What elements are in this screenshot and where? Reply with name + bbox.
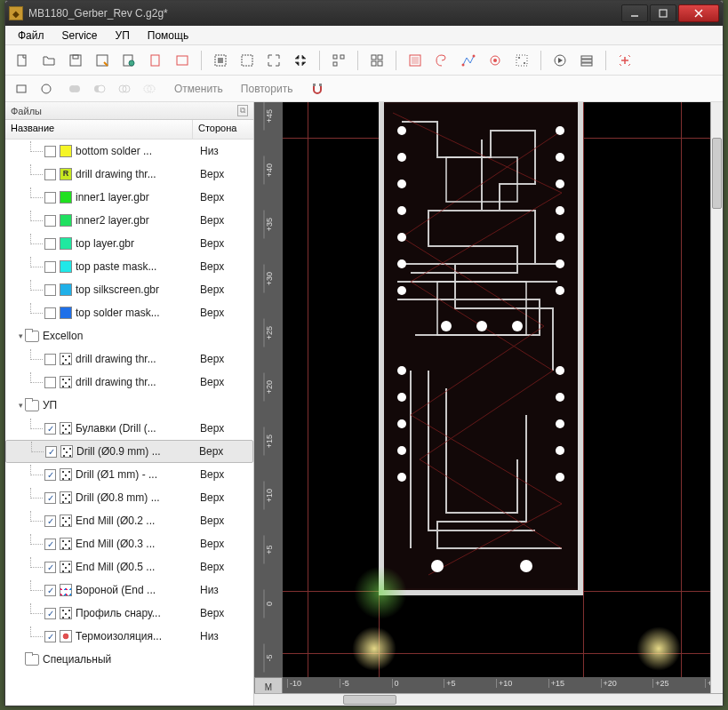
toolpath-row[interactable]: ✓Вороной (End ...Низ: [5, 578, 253, 602]
expand-icon[interactable]: ▾: [16, 401, 25, 410]
menu-help[interactable]: Помощь: [139, 28, 197, 44]
layer-row[interactable]: bottom solder ...Низ: [5, 140, 253, 163]
visibility-checkbox[interactable]: ✓: [44, 538, 56, 550]
layer-red-button[interactable]: [404, 49, 427, 72]
column-name[interactable]: Название: [5, 120, 193, 139]
toolpath-row[interactable]: ✓End Mill (Ø0.3 ...Верх: [5, 532, 253, 555]
spiral-button[interactable]: [430, 49, 453, 72]
visibility-checkbox[interactable]: ✓: [44, 562, 56, 573]
toolpath-row[interactable]: ✓Drill (Ø0.9 mm) ...Верх: [5, 440, 253, 463]
layer-side: Низ: [200, 145, 253, 157]
select-shrink-button[interactable]: [289, 49, 312, 72]
visibility-checkbox[interactable]: [44, 261, 56, 273]
visibility-checkbox[interactable]: ✓: [44, 492, 56, 504]
visibility-checkbox[interactable]: ✓: [44, 469, 56, 481]
play-button[interactable]: [548, 49, 572, 72]
visibility-checkbox[interactable]: ✓: [44, 631, 56, 642]
target-button[interactable]: [484, 49, 507, 72]
menu-file[interactable]: Файл: [9, 28, 53, 44]
undock-button[interactable]: ⧉: [237, 105, 248, 116]
excellon-row[interactable]: drill drawing thr...Верх: [5, 371, 253, 394]
save-icon: [68, 53, 83, 68]
fit-button[interactable]: [613, 49, 636, 72]
expand-icon[interactable]: ▾: [16, 331, 25, 340]
delete-button[interactable]: [171, 49, 194, 72]
visibility-checkbox[interactable]: [44, 192, 56, 203]
toolpath-row[interactable]: ✓Drill (Ø1 mm) - ...Верх: [5, 463, 253, 486]
layer-row[interactable]: inner1 layer.gbrВерх: [5, 186, 253, 209]
group-up[interactable]: ▾УП: [5, 394, 253, 417]
titlebar[interactable]: ◆ MB1180_Gerber_Rev C.g2g*: [5, 1, 723, 26]
export-button[interactable]: [144, 49, 167, 72]
toolpath-row[interactable]: ✓Профиль снару...Верх: [5, 602, 253, 625]
bool-xor-button[interactable]: [139, 78, 160, 100]
layer-side: Верх: [200, 353, 253, 365]
vertical-scrollbar[interactable]: [710, 102, 723, 693]
qr-button[interactable]: [327, 49, 350, 72]
toolpath-row[interactable]: ✓Drill (Ø0.8 mm) ...Верх: [5, 486, 253, 509]
snap-button[interactable]: [307, 78, 328, 100]
layer-row[interactable]: inner2 layer.gbrВерх: [5, 209, 253, 232]
excellon-row[interactable]: drill drawing thr...Верх: [5, 347, 253, 371]
stack-button[interactable]: [575, 49, 598, 72]
visibility-checkbox[interactable]: [44, 215, 56, 227]
visibility-checkbox[interactable]: [44, 238, 56, 250]
visibility-checkbox[interactable]: ✓: [44, 608, 56, 619]
visibility-checkbox[interactable]: ✓: [44, 515, 56, 527]
toolpath-row[interactable]: ✓End Mill (Ø0.5 ...Верх: [5, 555, 253, 578]
layer-row[interactable]: top layer.gbrВерх: [5, 232, 253, 255]
visibility-checkbox[interactable]: ✓: [44, 423, 56, 435]
visibility-checkbox[interactable]: [44, 169, 56, 180]
layer-side: Верх: [199, 445, 252, 458]
toolpath-row[interactable]: ✓Термоизоляция...Низ: [5, 625, 253, 648]
dots-button[interactable]: [510, 49, 533, 72]
fiducial-marker-2: [636, 626, 681, 671]
visibility-checkbox[interactable]: [44, 377, 56, 388]
bool-subtract-button[interactable]: [89, 78, 110, 100]
bool-union-button[interactable]: [64, 78, 85, 100]
toolpath-row[interactable]: ✓Булавки (Drill (...Верх: [5, 417, 253, 440]
layer-row[interactable]: top silkscreen.gbrВерх: [5, 278, 253, 301]
undo-button[interactable]: Отменить: [167, 81, 230, 97]
shape-rect-button[interactable]: [11, 78, 32, 100]
select-expand-button[interactable]: [262, 49, 285, 72]
visibility-checkbox[interactable]: ✓: [45, 446, 57, 458]
new-button[interactable]: [11, 49, 34, 72]
canvas-area[interactable]: +45+40+35+30+25+20+15+10+50-5: [254, 102, 723, 706]
svg-point-24: [462, 63, 465, 66]
close-button[interactable]: [678, 4, 719, 22]
visibility-checkbox[interactable]: [44, 284, 56, 296]
group-special[interactable]: Специальный: [5, 648, 253, 671]
visibility-checkbox[interactable]: ✓: [44, 585, 56, 596]
redo-button[interactable]: Повторить: [234, 81, 300, 97]
menu-service[interactable]: Service: [53, 28, 107, 44]
layer-row[interactable]: Rdrill drawing thr...Верх: [5, 163, 253, 186]
open-button[interactable]: [37, 49, 60, 72]
file-tree[interactable]: bottom solder ...НизRdrill drawing thr..…: [5, 140, 253, 706]
visibility-checkbox[interactable]: [44, 354, 56, 365]
toolpath-row[interactable]: ✓End Mill (Ø0.2 ...Верх: [5, 509, 253, 532]
visibility-checkbox[interactable]: [44, 146, 56, 157]
shape-circle-button[interactable]: [36, 78, 57, 100]
layer-row[interactable]: top solder mask...Верх: [5, 301, 253, 324]
minimize-button[interactable]: [621, 4, 648, 22]
h-scroll-thumb[interactable]: [343, 695, 396, 705]
bool-intersect-button[interactable]: [114, 78, 135, 100]
grid-button[interactable]: [365, 49, 388, 72]
menu-up[interactable]: УП: [107, 28, 139, 44]
save-button[interactable]: [64, 49, 87, 72]
layer-row[interactable]: top paste mask...Верх: [5, 255, 253, 278]
path-button[interactable]: [457, 49, 480, 72]
horizontal-scrollbar[interactable]: [254, 693, 723, 706]
maximize-button[interactable]: [650, 4, 676, 22]
select-all-button[interactable]: [209, 49, 232, 72]
v-scroll-thumb[interactable]: [712, 138, 722, 209]
visibility-checkbox[interactable]: [44, 307, 56, 319]
select-rect-button[interactable]: [236, 49, 259, 72]
column-side[interactable]: Сторона: [193, 120, 253, 139]
svg-point-50: [397, 179, 406, 188]
import-button[interactable]: [117, 49, 140, 72]
save-as-button[interactable]: [91, 49, 114, 72]
group-excellon[interactable]: ▾Excellon: [5, 324, 253, 347]
select-all-icon: [213, 53, 228, 68]
